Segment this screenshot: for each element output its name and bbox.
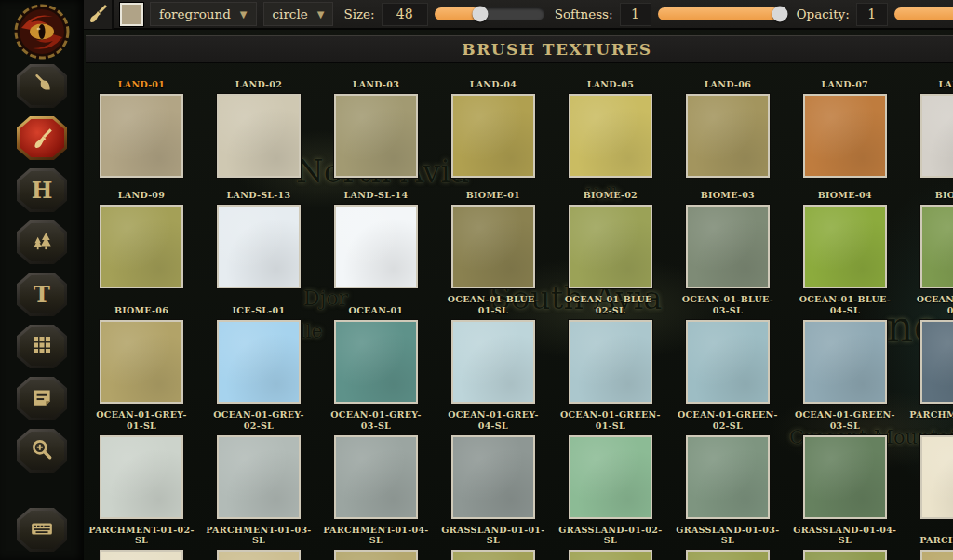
texture-cell[interactable]: BIOME-03	[686, 183, 770, 288]
texture-swatch[interactable]	[920, 550, 953, 560]
texture-swatch[interactable]	[686, 550, 770, 560]
texture-cell[interactable]: BIOME-01	[451, 183, 535, 288]
texture-cell[interactable]: OCEAN-01-BLUE-02-SL	[569, 294, 652, 404]
texture-swatch[interactable]	[451, 205, 535, 288]
texture-swatch[interactable]	[569, 320, 652, 404]
texture-swatch[interactable]	[920, 205, 953, 288]
texture-swatch[interactable]	[100, 205, 183, 288]
softness-slider[interactable]	[658, 7, 786, 20]
texture-cell[interactable]: PARCHMENT-01-02-SL	[100, 525, 183, 560]
texture-swatch[interactable]	[217, 320, 301, 404]
texture-swatch[interactable]	[803, 205, 887, 288]
texture-cell[interactable]: BIOME-04	[803, 183, 887, 288]
texture-cell[interactable]: OCEAN-01-BLUE-01-SL	[451, 294, 535, 404]
texture-cell[interactable]: LAND-09	[100, 183, 183, 288]
terrain-shovel-tool-button[interactable]	[17, 64, 67, 108]
texture-cell[interactable]: OCEAN-01-GREY-03-SL	[334, 409, 418, 519]
texture-swatch[interactable]	[334, 94, 418, 178]
texture-swatch[interactable]	[803, 94, 887, 178]
texture-swatch[interactable]	[334, 550, 418, 560]
texture-swatch[interactable]	[686, 435, 770, 519]
texture-cell[interactable]: LAND-01	[100, 73, 183, 178]
texture-swatch[interactable]	[920, 320, 953, 404]
texture-cell[interactable]: OCEAN-01-GREY-02-SL	[217, 409, 301, 519]
texture-swatch[interactable]	[569, 205, 652, 288]
texture-cell[interactable]: PARCHMENT-01-03-SL	[217, 525, 301, 560]
keyboard-shortcuts-button[interactable]	[17, 508, 67, 552]
texture-cell[interactable]: BIOME-06	[100, 299, 183, 404]
size-value-field[interactable]: 48	[382, 3, 428, 26]
texture-swatch[interactable]	[217, 435, 301, 519]
texture-swatch[interactable]	[686, 320, 770, 404]
texture-cell[interactable]: LAND-06	[686, 73, 770, 178]
texture-swatch[interactable]	[569, 94, 652, 178]
texture-cell[interactable]: PARCHMENT-01-01-SL	[920, 409, 953, 519]
texture-cell[interactable]: PARCHMENT-01	[920, 528, 953, 560]
brush-shape-dropdown[interactable]: circle ▼	[263, 2, 334, 26]
foreground-texture-preview[interactable]	[120, 3, 143, 26]
texture-cell[interactable]: GRASSLAND-01-02-SL	[569, 525, 652, 560]
size-slider-thumb[interactable]	[473, 7, 489, 22]
texture-swatch[interactable]	[569, 435, 652, 519]
texture-cell[interactable]: LAND-07	[803, 73, 887, 178]
texture-cell[interactable]: LAND-08	[920, 73, 953, 178]
texture-swatch[interactable]	[920, 435, 953, 519]
texture-cell[interactable]: OCEAN-01-GREEN-03-SL	[803, 409, 887, 519]
target-layer-dropdown[interactable]: foreground ▼	[150, 2, 257, 26]
size-slider[interactable]	[435, 7, 544, 20]
texture-swatch[interactable]	[217, 550, 301, 560]
texture-swatch[interactable]	[100, 435, 183, 519]
texture-swatch[interactable]	[451, 94, 535, 178]
texture-cell[interactable]: BIOME-02	[569, 183, 652, 288]
texture-cell[interactable]: OCEAN-01-GREY-01-SL	[100, 409, 183, 519]
texture-cell[interactable]: LAND-04	[451, 73, 535, 178]
texture-cell[interactable]: LAND-SL-14	[334, 183, 418, 288]
opacity-slider[interactable]	[894, 7, 953, 20]
texture-swatch[interactable]	[217, 205, 301, 288]
texture-cell[interactable]: LAND-05	[569, 73, 652, 178]
texture-cell[interactable]: OCEAN-01-GREY-04-SL	[451, 409, 535, 519]
texture-swatch[interactable]	[803, 320, 887, 404]
texture-cell[interactable]: OCEAN-01-BLUE-03-SL	[686, 294, 770, 404]
texture-cell[interactable]: PARCHMENT-01-04-SL	[334, 525, 418, 560]
texture-swatch[interactable]	[451, 550, 535, 560]
texture-swatch[interactable]	[569, 550, 652, 560]
texture-cell[interactable]: OCEAN-01-BLUE-05-SL	[920, 294, 953, 404]
texture-cell[interactable]: GRASSLAND-01-03-SL	[686, 525, 770, 560]
zoom-tool-button[interactable]	[17, 429, 67, 473]
texture-swatch[interactable]	[920, 94, 953, 178]
texture-cell[interactable]: GRASSLAND-01-01-SL	[451, 525, 535, 560]
landmark-h-tool-button[interactable]: H	[17, 168, 67, 212]
notes-tool-button[interactable]	[17, 377, 67, 420]
texture-swatch[interactable]	[686, 205, 770, 288]
texture-cell[interactable]: ICE-SL-01	[217, 299, 301, 404]
texture-swatch[interactable]	[451, 435, 535, 519]
grid-tool-button[interactable]	[17, 325, 67, 368]
texture-swatch[interactable]	[217, 94, 301, 178]
texture-swatch[interactable]	[803, 435, 887, 519]
texture-swatch[interactable]	[334, 205, 418, 288]
softness-slider-thumb[interactable]	[772, 7, 787, 22]
opacity-value-field[interactable]: 1	[856, 3, 888, 26]
texture-cell[interactable]: LAND-SL-13	[217, 183, 301, 288]
texture-cell[interactable]: OCEAN-01-BLUE-04-SL	[803, 294, 887, 404]
texture-swatch[interactable]	[803, 550, 887, 560]
texture-swatch[interactable]	[334, 435, 418, 519]
texture-cell[interactable]: BIOME-05	[920, 183, 953, 288]
texture-cell[interactable]: OCEAN-01-GREEN-01-SL	[569, 409, 652, 519]
texture-cell[interactable]: LAND-02	[217, 73, 301, 178]
texture-swatch[interactable]	[100, 94, 183, 178]
texture-swatch[interactable]	[100, 550, 183, 560]
texture-cell[interactable]: LAND-03	[334, 73, 418, 178]
texture-cell[interactable]: GRASSLAND-01-04-SL	[803, 525, 887, 560]
softness-value-field[interactable]: 1	[620, 3, 651, 26]
paint-brush-tool-button[interactable]	[17, 116, 67, 160]
trees-tool-button[interactable]	[17, 220, 67, 264]
brush-mode-button[interactable]	[84, 0, 114, 29]
texture-swatch[interactable]	[334, 320, 418, 404]
texture-cell[interactable]: OCEAN-01	[334, 299, 418, 404]
texture-swatch[interactable]	[451, 320, 535, 404]
texture-swatch[interactable]	[100, 320, 183, 404]
texture-cell[interactable]: OCEAN-01-GREEN-02-SL	[686, 409, 770, 519]
texture-swatch[interactable]	[686, 94, 770, 178]
